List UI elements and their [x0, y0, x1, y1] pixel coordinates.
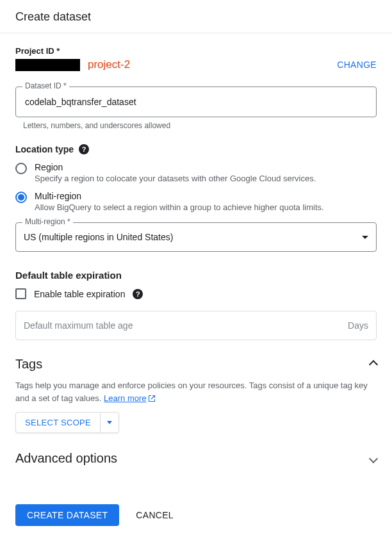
- multi-region-select[interactable]: Multi-region * US (multiple regions in U…: [15, 222, 377, 252]
- dialog-actions: CREATE DATASET CANCEL: [15, 504, 377, 526]
- chevron-down-icon: [369, 454, 378, 463]
- enable-expiration-checkbox[interactable]: [15, 288, 26, 299]
- multi-region-radio-text: Multi-region Allow BigQuery to select a …: [35, 191, 324, 212]
- chevron-up-icon: [369, 359, 378, 368]
- project-left: project-2: [15, 58, 130, 71]
- multi-region-legend: Multi-region *: [22, 217, 73, 226]
- create-dataset-button[interactable]: CREATE DATASET: [15, 504, 119, 526]
- region-radio[interactable]: [15, 163, 27, 174]
- location-type-label: Location type ?: [15, 144, 377, 154]
- dropdown-arrow-icon: [362, 236, 368, 239]
- dialog-body: Project ID * project-2 CHANGE Dataset ID…: [0, 33, 392, 539]
- advanced-options-header[interactable]: Advanced options: [15, 451, 377, 466]
- multi-region-radio-row[interactable]: Multi-region Allow BigQuery to select a …: [15, 191, 377, 212]
- location-type-text: Location type: [15, 144, 74, 154]
- tags-description: Tags help you manage and enforce policie…: [15, 379, 377, 404]
- region-desc: Specify a region to colocate your datase…: [35, 174, 316, 183]
- project-name: project-2: [88, 58, 130, 71]
- change-project-button[interactable]: CHANGE: [337, 60, 377, 70]
- region-radio-text: Region Specify a region to colocate your…: [35, 162, 316, 183]
- region-title: Region: [35, 162, 316, 172]
- dataset-id-input[interactable]: [24, 96, 368, 108]
- tags-section-header[interactable]: Tags: [15, 357, 377, 372]
- chevron-down-icon: [107, 421, 112, 424]
- max-table-age-placeholder: Default maximum table age: [24, 320, 133, 331]
- dialog-title: Create dataset: [15, 10, 91, 23]
- max-table-age-field: Default maximum table age Days: [15, 311, 377, 340]
- help-icon[interactable]: ?: [79, 144, 89, 154]
- tags-title: Tags: [15, 357, 42, 372]
- dataset-id-hint: Letters, numbers, and underscores allowe…: [15, 121, 377, 130]
- enable-expiration-label: Enable table expiration: [34, 289, 125, 299]
- multi-region-value: US (multiple regions in United States): [24, 232, 173, 242]
- select-scope-button[interactable]: SELECT SCOPE: [15, 412, 119, 433]
- select-scope-dropdown[interactable]: [100, 413, 118, 432]
- multi-region-title: Multi-region: [35, 191, 324, 201]
- max-table-age-unit: Days: [348, 320, 368, 331]
- cancel-button[interactable]: CANCEL: [132, 509, 177, 521]
- region-radio-row[interactable]: Region Specify a region to colocate your…: [15, 162, 377, 183]
- tags-desc-text: Tags help you manage and enforce policie…: [15, 381, 368, 403]
- external-link-icon: [148, 395, 156, 402]
- multi-region-radio[interactable]: [15, 192, 27, 203]
- expiration-checkbox-row[interactable]: Enable table expiration ?: [15, 288, 377, 299]
- advanced-title: Advanced options: [15, 451, 117, 466]
- location-radio-group: Region Specify a region to colocate your…: [15, 162, 377, 212]
- project-row: project-2 CHANGE: [15, 58, 377, 71]
- help-icon[interactable]: ?: [133, 289, 143, 299]
- project-id-label: Project ID *: [15, 46, 377, 56]
- dialog-header: Create dataset: [0, 0, 392, 33]
- project-id-redacted: [15, 59, 80, 71]
- select-scope-main[interactable]: SELECT SCOPE: [16, 413, 100, 432]
- learn-more-link[interactable]: Learn more: [104, 393, 155, 403]
- multi-region-desc: Allow BigQuery to select a region within…: [35, 202, 324, 212]
- dataset-id-legend: Dataset ID *: [22, 81, 69, 90]
- dataset-id-field[interactable]: Dataset ID *: [15, 86, 377, 117]
- expiration-heading: Default table expiration: [15, 270, 377, 281]
